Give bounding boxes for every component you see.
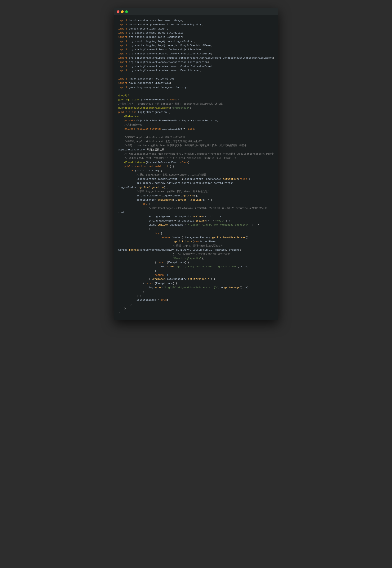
close-button[interactable] — [117, 10, 119, 13]
code-window: import io.micrometer.core.instrument.Gau… — [114, 8, 278, 320]
maximize-button[interactable] — [125, 10, 128, 13]
minimize-button[interactable] — [121, 10, 124, 13]
titlebar — [114, 8, 278, 15]
code-editor: import io.micrometer.core.instrument.Gau… — [114, 15, 278, 320]
